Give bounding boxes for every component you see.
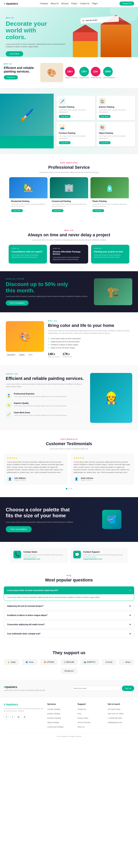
pro-label: OUR SERVICES xyxy=(4,162,134,164)
services-illustration: 🖌️ xyxy=(0,94,54,136)
bring-feature-3: Incididunt ut labore et dolore magna xyxy=(48,343,132,346)
testimonial-dots xyxy=(4,488,134,490)
contact-info-1: Contact Sales Lorem ipsum dolor sit amet… xyxy=(23,551,65,560)
service-card-1: 🖌️ Counter Painting Lorem ipsum dolor si… xyxy=(57,96,95,120)
timeline-card-2: STEP 02 Choose Affordable Package Servic… xyxy=(50,245,88,264)
feature-3: 🧹 Clean Work Areas Lorem ipsum dolor sit… xyxy=(6,410,86,420)
discount-btn[interactable]: Free Consultation xyxy=(6,301,29,306)
faq-question-5[interactable]: Cras sollicitudin dolor volutpat erat? + xyxy=(4,630,134,638)
footer-support-links: Contact Us FAQ Privacy Policy Terms of S… xyxy=(77,707,104,728)
cta-content: Choose a color palette that fits the siz… xyxy=(6,507,88,532)
nav-link-project[interactable]: Project xyxy=(71,2,77,5)
service-desc-4: Lorem ipsum dolor sit amet consectetur a… xyxy=(99,135,133,139)
service-btn-1[interactable]: Learn More xyxy=(59,115,71,118)
bring-image-col: 🎨 Apartment Studio ✦ ✦ xyxy=(6,321,44,356)
nav-links: Company About Us Services Project Contac… xyxy=(40,2,98,5)
testimonials-title: Customer Testimonials xyxy=(4,441,134,446)
testimonial-text-1: "Lorem ipsum dolor sit amet consectetur … xyxy=(7,461,65,474)
service-card-3: 🛋️ Furniture Painting Lorem ipsum dolor … xyxy=(57,122,95,146)
footer-contact-link-1: 123 Paint Street xyxy=(108,707,134,711)
cta-button[interactable]: Free Consultation xyxy=(6,526,32,532)
faq-item-5: Cras sollicitudin dolor volutpat erat? + xyxy=(4,629,134,638)
footer-support-col: Support Contact Us FAQ Privacy Policy Te… xyxy=(77,703,104,729)
nav-link-about[interactable]: About Us xyxy=(50,2,59,5)
footer-link-5: Commercial Painting xyxy=(47,725,74,728)
newsletter-content: ##painters Lorem ipsum dolor sit amet co… xyxy=(4,685,68,691)
nav-link-services[interactable]: Services xyxy=(61,2,69,5)
nav-link-contact[interactable]: Contact Us xyxy=(80,2,89,5)
hero-cta-button[interactable]: Learn More xyxy=(6,51,23,56)
supporter-3: 🔶 UTOSIA xyxy=(40,659,58,665)
cta-banner-section: Choose a color palette that fits the siz… xyxy=(0,497,138,542)
testimonial-author-info-1: John Williams Happy Customer xyxy=(14,477,26,481)
faq-question-4[interactable]: Consectetur adipiscing elit mattis lorem… xyxy=(4,621,134,628)
dot-1[interactable] xyxy=(66,488,67,490)
footer-contact-links: 123 Paint Street New York, NY 10001 +1 (… xyxy=(108,707,134,724)
service-btn-4[interactable]: Learn More xyxy=(99,141,111,144)
footer-contact-col: Get in touch 123 Paint Street New York, … xyxy=(108,703,134,729)
testimonial-1: ★★★★★ "Lorem ipsum dolor sit amet consec… xyxy=(4,454,68,485)
bring-stats: 14K+ Happy Customers 17K+ Projects Done xyxy=(48,352,132,358)
social-facebook[interactable]: f xyxy=(4,714,9,719)
nav-link-company[interactable]: Company xyxy=(40,2,48,5)
efficient-desc: Lorem ipsum dolor sit amet consectetur a… xyxy=(6,383,86,388)
efficient-label: ABOUT US xyxy=(6,373,86,375)
footer-tagline: Lorem ipsum dolor sit amet consectetur a… xyxy=(4,708,43,712)
contact-section: 📞 Contact Sales Lorem ipsum dolor sit am… xyxy=(0,542,138,569)
supporter-8: </Code.io> xyxy=(61,668,77,674)
stat-2: 17K+ Projects Done xyxy=(79,67,89,79)
nav-cta-button[interactable]: Contact Us xyxy=(119,2,134,6)
service-btn-2[interactable]: Learn More xyxy=(99,115,111,118)
service-card-4: 🎨 Object Painting Lorem ipsum dolor sit … xyxy=(97,122,135,146)
pro-card-img-2: 🏢 xyxy=(50,177,88,198)
feature-icon-2: ⭐ xyxy=(6,402,12,408)
feature-text-1: Professional Expertise Lorem ipsum dolor… xyxy=(14,393,67,398)
pro-card-btn-3[interactable]: Learn More xyxy=(92,209,104,212)
contact-info-2: Contact Support Lorem ipsum dolor sit am… xyxy=(83,551,125,560)
bring-label: WHY US xyxy=(48,320,132,322)
footer-contact-link-3: +1 (555) 000-0000 xyxy=(108,716,134,719)
stats-numbers: 14K+ Happy Customers 17K+ Projects Done … xyxy=(65,63,134,82)
faq-question-2[interactable]: Adipiscing elit sed do eiusmod tempor? + xyxy=(4,602,134,610)
timeline-card-3: STEP 03 Painting your project on time Lo… xyxy=(91,245,129,264)
discount-title: Discount up to 50% only this month. xyxy=(6,281,90,294)
service-btn-3[interactable]: Learn More xyxy=(59,141,71,144)
pro-card-2: 🏢 Commercial Painting Lorem ipsum dolor … xyxy=(50,177,88,214)
timeline-section: WHY US Always on time and never delay a … xyxy=(0,222,138,271)
stat-badge-3: 124+ xyxy=(91,67,100,76)
social-instagram[interactable]: in xyxy=(16,714,21,719)
footer-services-title: Services xyxy=(47,703,74,705)
stats-btn[interactable]: Contact Us xyxy=(4,75,18,80)
house-left xyxy=(73,32,98,57)
newsletter-submit-button[interactable]: Sign Up xyxy=(122,686,134,691)
timeline-label: WHY US xyxy=(6,229,132,231)
house-right xyxy=(101,25,131,57)
faq-question-1[interactable]: Lorem ipsum dolor sit amet consectetur a… xyxy=(4,587,134,594)
cta-desc: Lorem ipsum dolor sit amet consectetur a… xyxy=(6,521,88,523)
brand-1: Apartment xyxy=(6,353,16,356)
contact-card-2: 💬 Contact Support Lorem ipsum dolor sit … xyxy=(70,548,128,563)
pro-card-1: 🏡 Residential Painting Lorem ipsum dolor… xyxy=(9,177,47,214)
service-title-3: Furniture Painting xyxy=(59,132,93,134)
testimonial-2: ★★★★★ "Lorem ipsum dolor sit amet consec… xyxy=(71,454,134,485)
pro-card-info-3: Plastic Painting Lorem ipsum dolor sit a… xyxy=(91,198,129,214)
social-twitter[interactable]: t xyxy=(10,714,15,719)
dot-3[interactable] xyxy=(71,488,72,490)
faq-title: Most popular questions xyxy=(4,578,134,583)
social-linkedin[interactable]: li xyxy=(22,714,27,719)
efficient-section: ABOUT US Efficient and reliable painting… xyxy=(0,365,138,431)
services-section: 🖌️ 🖌️ Counter Painting Lorem ipsum dolor… xyxy=(0,88,138,154)
pro-card-btn-1[interactable]: Learn More xyxy=(11,209,23,212)
bring-stat-1: 14K+ Happy Customers xyxy=(48,352,60,358)
newsletter-email-input[interactable] xyxy=(71,686,120,691)
faq-item-4: Consectetur adipiscing elit mattis lorem… xyxy=(4,620,134,628)
feature-2: ⭐ Superior Quality Lorem ipsum dolor sit… xyxy=(6,401,86,410)
dot-2[interactable] xyxy=(68,488,70,490)
nav-link-pages[interactable]: Pages xyxy=(92,2,98,5)
services-cards-grid: 🖌️ Counter Painting Lorem ipsum dolor si… xyxy=(54,94,138,148)
footer-support-title: Support xyxy=(77,703,104,705)
faq-icon-5: + xyxy=(129,632,131,635)
faq-question-3[interactable]: Incididunt ut labore et dolore magna ali… xyxy=(4,611,134,619)
pro-card-img-1: 🏡 xyxy=(9,177,47,198)
pro-card-btn-2[interactable]: Learn More xyxy=(52,209,63,212)
